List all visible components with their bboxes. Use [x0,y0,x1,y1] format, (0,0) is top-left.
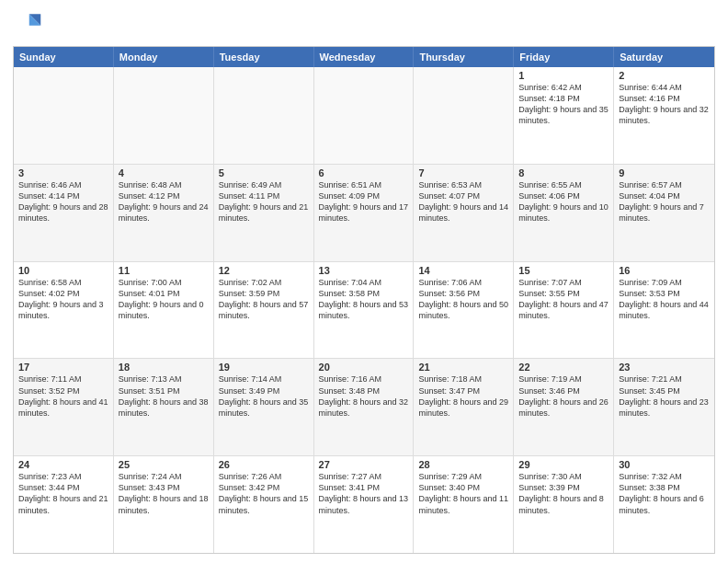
day-number: 21 [418,362,508,373]
day-number: 28 [418,459,508,470]
day-cell-29: 29Sunrise: 7:30 AM Sunset: 3:39 PM Dayli… [514,456,614,553]
weekday-header-saturday: Saturday [614,47,714,67]
day-info: Sunrise: 6:57 AM Sunset: 4:04 PM Dayligh… [619,179,710,224]
empty-cell [414,67,514,164]
day-info: Sunrise: 7:27 AM Sunset: 3:41 PM Dayligh… [319,471,409,516]
day-info: Sunrise: 6:44 AM Sunset: 4:16 PM Dayligh… [619,82,710,127]
day-number: 3 [18,167,108,178]
day-number: 29 [518,459,609,470]
day-number: 24 [18,459,108,470]
day-cell-25: 25Sunrise: 7:24 AM Sunset: 3:43 PM Dayli… [114,456,214,553]
day-info: Sunrise: 7:19 AM Sunset: 3:46 PM Dayligh… [518,373,609,419]
day-number: 22 [518,362,609,373]
day-number: 2 [619,70,710,81]
day-number: 1 [518,70,609,81]
day-cell-14: 14Sunrise: 7:06 AM Sunset: 3:56 PM Dayli… [414,262,514,359]
day-cell-6: 6Sunrise: 6:51 AM Sunset: 4:09 PM Daylig… [314,165,415,261]
day-number: 23 [619,362,710,373]
calendar-row-5: 24Sunrise: 7:23 AM Sunset: 3:44 PM Dayli… [14,456,714,553]
weekday-header-sunday: Sunday [14,47,114,67]
day-number: 16 [619,265,710,276]
day-cell-18: 18Sunrise: 7:13 AM Sunset: 3:51 PM Dayli… [114,359,214,455]
day-cell-13: 13Sunrise: 7:04 AM Sunset: 3:58 PM Dayli… [314,262,415,359]
empty-cell [314,67,415,164]
day-info: Sunrise: 6:58 AM Sunset: 4:02 PM Dayligh… [18,277,108,322]
day-number: 19 [219,362,309,373]
day-info: Sunrise: 7:23 AM Sunset: 3:44 PM Dayligh… [18,471,108,516]
day-cell-1: 1Sunrise: 6:42 AM Sunset: 4:18 PM Daylig… [514,67,614,164]
calendar-row-3: 10Sunrise: 6:58 AM Sunset: 4:02 PM Dayli… [14,262,714,360]
day-info: Sunrise: 6:55 AM Sunset: 4:06 PM Dayligh… [518,179,609,224]
empty-cell [114,67,214,164]
calendar-row-2: 3Sunrise: 6:46 AM Sunset: 4:14 PM Daylig… [14,165,714,262]
day-info: Sunrise: 7:29 AM Sunset: 3:40 PM Dayligh… [418,471,508,516]
weekday-header-tuesday: Tuesday [214,47,314,67]
day-info: Sunrise: 7:14 AM Sunset: 3:49 PM Dayligh… [219,373,309,419]
page: SundayMondayTuesdayWednesdayThursdayFrid… [0,0,728,563]
day-info: Sunrise: 7:02 AM Sunset: 3:59 PM Dayligh… [219,277,309,322]
day-cell-24: 24Sunrise: 7:23 AM Sunset: 3:44 PM Dayli… [14,456,114,553]
logo-icon [13,9,42,39]
calendar: SundayMondayTuesdayWednesdayThursdayFrid… [13,46,715,554]
day-number: 25 [119,459,209,470]
day-info: Sunrise: 7:18 AM Sunset: 3:47 PM Dayligh… [418,373,508,419]
day-info: Sunrise: 6:48 AM Sunset: 4:12 PM Dayligh… [119,179,209,224]
day-cell-9: 9Sunrise: 6:57 AM Sunset: 4:04 PM Daylig… [614,165,714,261]
day-cell-4: 4Sunrise: 6:48 AM Sunset: 4:12 PM Daylig… [114,165,214,261]
day-cell-21: 21Sunrise: 7:18 AM Sunset: 3:47 PM Dayli… [414,359,514,455]
day-info: Sunrise: 7:04 AM Sunset: 3:58 PM Dayligh… [319,277,409,322]
day-info: Sunrise: 6:46 AM Sunset: 4:14 PM Dayligh… [18,179,108,224]
day-cell-8: 8Sunrise: 6:55 AM Sunset: 4:06 PM Daylig… [514,165,614,261]
day-cell-19: 19Sunrise: 7:14 AM Sunset: 3:49 PM Dayli… [214,359,314,455]
day-number: 15 [518,265,609,276]
day-info: Sunrise: 7:21 AM Sunset: 3:45 PM Dayligh… [619,373,710,419]
day-number: 8 [518,167,609,178]
day-number: 27 [319,459,409,470]
day-number: 26 [219,459,309,470]
day-number: 12 [219,265,309,276]
header [13,9,715,39]
empty-cell [214,67,314,164]
day-info: Sunrise: 7:32 AM Sunset: 3:38 PM Dayligh… [619,471,710,516]
calendar-row-4: 17Sunrise: 7:11 AM Sunset: 3:52 PM Dayli… [14,359,714,456]
day-cell-27: 27Sunrise: 7:27 AM Sunset: 3:41 PM Dayli… [314,456,415,553]
day-number: 20 [319,362,409,373]
day-cell-17: 17Sunrise: 7:11 AM Sunset: 3:52 PM Dayli… [14,359,114,455]
day-cell-22: 22Sunrise: 7:19 AM Sunset: 3:46 PM Dayli… [514,359,614,455]
day-cell-10: 10Sunrise: 6:58 AM Sunset: 4:02 PM Dayli… [14,262,114,359]
day-cell-11: 11Sunrise: 7:00 AM Sunset: 4:01 PM Dayli… [114,262,214,359]
weekday-header-monday: Monday [114,47,214,67]
day-number: 10 [18,265,108,276]
day-cell-30: 30Sunrise: 7:32 AM Sunset: 3:38 PM Dayli… [614,456,714,553]
day-number: 14 [418,265,508,276]
day-cell-7: 7Sunrise: 6:53 AM Sunset: 4:07 PM Daylig… [414,165,514,261]
day-cell-20: 20Sunrise: 7:16 AM Sunset: 3:48 PM Dayli… [314,359,415,455]
day-info: Sunrise: 7:16 AM Sunset: 3:48 PM Dayligh… [319,373,409,419]
day-info: Sunrise: 7:06 AM Sunset: 3:56 PM Dayligh… [418,277,508,322]
day-number: 11 [119,265,209,276]
day-number: 30 [619,459,710,470]
day-number: 9 [619,167,710,178]
day-number: 7 [418,167,508,178]
day-info: Sunrise: 7:07 AM Sunset: 3:55 PM Dayligh… [518,277,609,322]
weekday-header-friday: Friday [514,47,614,67]
day-number: 13 [319,265,409,276]
day-info: Sunrise: 7:26 AM Sunset: 3:42 PM Dayligh… [219,471,309,516]
day-info: Sunrise: 7:11 AM Sunset: 3:52 PM Dayligh… [18,373,108,419]
day-cell-15: 15Sunrise: 7:07 AM Sunset: 3:55 PM Dayli… [514,262,614,359]
day-info: Sunrise: 7:09 AM Sunset: 3:53 PM Dayligh… [619,277,710,322]
day-cell-12: 12Sunrise: 7:02 AM Sunset: 3:59 PM Dayli… [214,262,314,359]
day-number: 17 [18,362,108,373]
weekday-header-wednesday: Wednesday [314,47,415,67]
day-cell-16: 16Sunrise: 7:09 AM Sunset: 3:53 PM Dayli… [614,262,714,359]
day-cell-3: 3Sunrise: 6:46 AM Sunset: 4:14 PM Daylig… [14,165,114,261]
day-cell-5: 5Sunrise: 6:49 AM Sunset: 4:11 PM Daylig… [214,165,314,261]
day-number: 5 [219,167,309,178]
day-cell-2: 2Sunrise: 6:44 AM Sunset: 4:16 PM Daylig… [614,67,714,164]
day-info: Sunrise: 6:49 AM Sunset: 4:11 PM Dayligh… [219,179,309,224]
day-info: Sunrise: 6:51 AM Sunset: 4:09 PM Dayligh… [319,179,409,224]
day-info: Sunrise: 7:00 AM Sunset: 4:01 PM Dayligh… [119,277,209,322]
day-info: Sunrise: 6:53 AM Sunset: 4:07 PM Dayligh… [418,179,508,224]
empty-cell [14,67,114,164]
calendar-row-1: 1Sunrise: 6:42 AM Sunset: 4:18 PM Daylig… [14,67,714,165]
